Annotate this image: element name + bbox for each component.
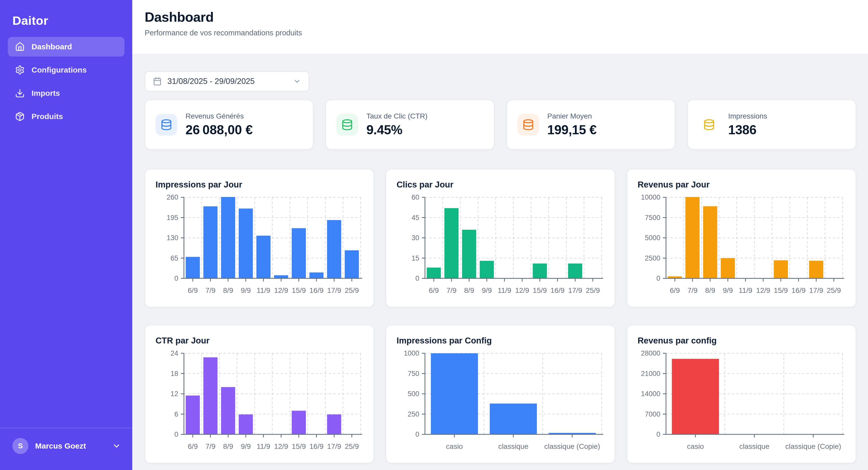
svg-text:12/9: 12/9	[515, 286, 529, 294]
svg-text:6/9: 6/9	[188, 286, 198, 294]
sidebar-item-label: Configurations	[32, 66, 87, 74]
page-subtitle: Performance de vos recommandations produ…	[145, 29, 868, 37]
kpi-value: 199,15 €	[548, 122, 597, 137]
svg-text:classique (Copie): classique (Copie)	[785, 442, 841, 450]
calendar-icon	[153, 77, 162, 86]
package-icon	[15, 112, 25, 121]
svg-text:25/9: 25/9	[345, 442, 359, 450]
download-icon	[15, 88, 25, 98]
dashboard-content: 31/08/2025 - 29/09/2025 Revenus Générés …	[132, 54, 868, 463]
svg-text:12/9: 12/9	[274, 442, 288, 450]
sidebar-item-label: Produits	[32, 112, 63, 121]
chevron-down-icon	[293, 77, 301, 85]
chart-title: Impressions par Config	[397, 336, 604, 346]
gear-icon	[15, 65, 25, 75]
svg-text:casio: casio	[687, 442, 704, 450]
svg-text:8/9: 8/9	[464, 286, 474, 294]
chart-card-clics-par-jour: Clics par Jour 0153045606/97/98/99/911/9…	[386, 169, 615, 307]
kpi-label: Revenus Générés	[185, 112, 253, 120]
svg-text:16/9: 16/9	[309, 442, 324, 450]
main-area: Dashboard Performance de vos recommandat…	[132, 0, 868, 470]
user-menu[interactable]: S Marcus Goezt	[12, 438, 121, 454]
kpi-card-taux-de-clic: Taux de Clic (CTR) 9.45%	[326, 100, 494, 150]
chart-card-impressions-par-jour: Impressions par Jour 0651301952606/97/98…	[145, 169, 374, 307]
svg-text:2500: 2500	[645, 254, 660, 262]
svg-text:15/9: 15/9	[533, 286, 547, 294]
svg-text:25/9: 25/9	[345, 286, 359, 294]
date-range-value: 31/08/2025 - 29/09/2025	[167, 77, 255, 86]
svg-text:28000: 28000	[641, 349, 660, 357]
sidebar-item-label: Dashboard	[32, 42, 72, 51]
svg-text:12: 12	[170, 390, 178, 398]
chart-title: Clics par Jour	[397, 180, 604, 190]
svg-text:5000: 5000	[645, 234, 660, 242]
kpi-row: Revenus Générés 26 088,00 € Taux de Clic…	[145, 100, 856, 150]
svg-text:0: 0	[175, 431, 178, 438]
svg-text:0: 0	[656, 431, 660, 438]
svg-text:0: 0	[415, 275, 419, 282]
app-root: Daitor Dashboard Configurations Imports	[0, 0, 868, 470]
svg-text:7/9: 7/9	[446, 286, 457, 294]
database-icon	[698, 114, 720, 135]
avatar: S	[12, 438, 28, 454]
sidebar-item-label: Imports	[32, 89, 60, 98]
svg-text:15/9: 15/9	[774, 286, 788, 294]
svg-text:6/9: 6/9	[188, 442, 198, 450]
svg-text:1000: 1000	[404, 349, 419, 357]
svg-text:11/9: 11/9	[257, 286, 270, 294]
svg-text:16/9: 16/9	[309, 286, 324, 294]
svg-text:9/9: 9/9	[723, 286, 733, 294]
chart-card-revenus-par-jour: Revenus par Jour 0250050007500100006/97/…	[627, 169, 856, 307]
svg-text:17/9: 17/9	[809, 286, 823, 294]
svg-text:17/9: 17/9	[327, 442, 341, 450]
chart-title: Revenus par Jour	[638, 180, 845, 190]
svg-text:15/9: 15/9	[292, 442, 306, 450]
kpi-value: 9.45%	[366, 122, 427, 137]
svg-text:250: 250	[408, 410, 419, 418]
svg-text:0: 0	[175, 275, 178, 282]
sidebar-item-imports[interactable]: Imports	[8, 84, 125, 103]
svg-text:750: 750	[408, 370, 419, 378]
svg-text:casio: casio	[446, 442, 463, 450]
bar-chart-ctr-par-jour: 061218246/97/98/99/911/912/915/916/917/9…	[156, 349, 363, 453]
kpi-value: 26 088,00 €	[185, 122, 253, 137]
bar-chart-impressions-par-jour: 0651301952606/97/98/99/911/912/915/916/9…	[156, 193, 363, 297]
sidebar-item-produits[interactable]: Produits	[8, 107, 125, 126]
svg-text:7/9: 7/9	[687, 286, 698, 294]
svg-text:17/9: 17/9	[327, 286, 341, 294]
svg-text:30: 30	[411, 234, 419, 242]
svg-text:16/9: 16/9	[792, 286, 806, 294]
svg-text:16/9: 16/9	[551, 286, 565, 294]
svg-text:9/9: 9/9	[241, 286, 251, 294]
kpi-card-impressions: Impressions 1386	[687, 100, 856, 150]
sidebar-item-dashboard[interactable]: Dashboard	[8, 37, 125, 57]
chart-card-ctr-par-jour: CTR par Jour 061218246/97/98/99/911/912/…	[145, 325, 374, 463]
home-icon	[15, 42, 25, 52]
svg-text:6/9: 6/9	[670, 286, 680, 294]
svg-text:15: 15	[411, 254, 419, 262]
kpi-label: Impressions	[728, 112, 767, 120]
svg-text:24: 24	[170, 349, 178, 357]
sidebar-nav: Dashboard Configurations Imports Produit…	[0, 37, 132, 126]
svg-text:25/9: 25/9	[827, 286, 841, 294]
database-icon	[336, 114, 358, 135]
svg-text:7/9: 7/9	[206, 286, 215, 294]
svg-text:130: 130	[167, 234, 178, 242]
chevron-down-icon	[112, 442, 121, 450]
charts-grid: Impressions par Jour 0651301952606/97/98…	[145, 169, 856, 463]
sidebar-item-configurations[interactable]: Configurations	[8, 60, 125, 80]
chart-title: Revenus par config	[638, 336, 845, 346]
kpi-label: Panier Moyen	[548, 112, 597, 120]
chart-card-impressions-par-config: Impressions par Config 02505007501000cas…	[386, 325, 615, 463]
svg-text:21000: 21000	[641, 370, 660, 378]
svg-text:25/9: 25/9	[586, 286, 600, 294]
date-range-picker[interactable]: 31/08/2025 - 29/09/2025	[145, 71, 309, 91]
bar-chart-impressions-par-config: 02505007501000casioclassiqueclassique (C…	[397, 349, 604, 453]
brand-logo: Daitor	[0, 0, 132, 28]
svg-text:195: 195	[167, 214, 178, 222]
sidebar: Daitor Dashboard Configurations Imports	[0, 0, 132, 470]
svg-text:18: 18	[170, 370, 178, 378]
svg-text:45: 45	[411, 214, 419, 222]
database-icon	[518, 114, 539, 135]
svg-text:17/9: 17/9	[568, 286, 582, 294]
